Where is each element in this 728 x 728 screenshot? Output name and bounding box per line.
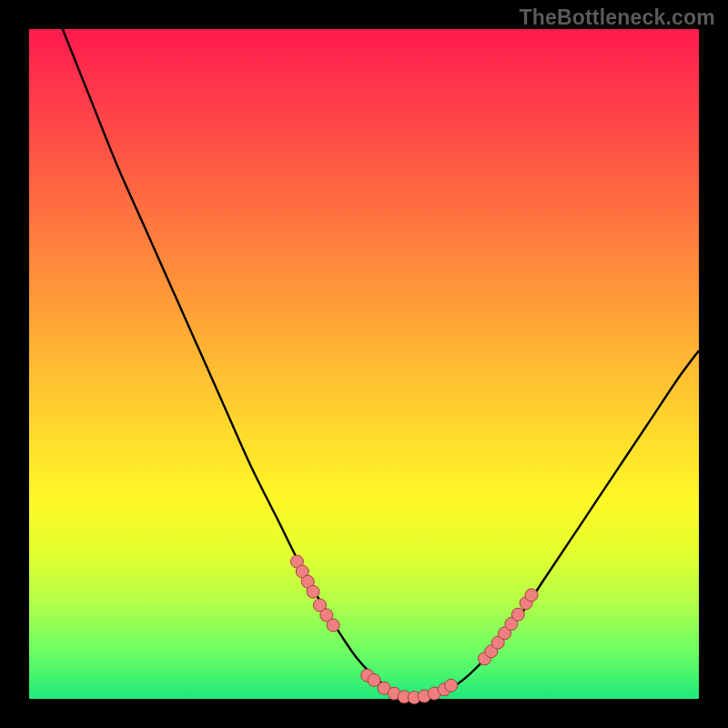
chart-frame: TheBottleneck.com [0,0,728,728]
attribution-watermark: TheBottleneck.com [519,5,715,30]
data-marker [445,679,458,692]
chart-svg [29,29,699,699]
data-marker [307,585,319,598]
data-markers [290,555,538,703]
chart-plot-area [29,29,699,699]
data-marker [525,589,538,602]
bottleneck-curve [63,29,699,700]
data-marker [511,608,524,621]
data-marker [327,619,339,632]
